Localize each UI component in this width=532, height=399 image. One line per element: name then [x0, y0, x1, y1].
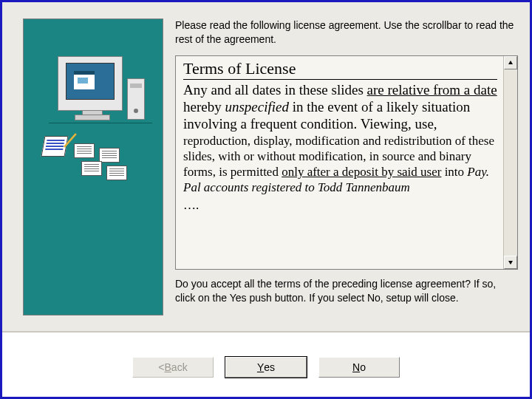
chevron-down-icon: [508, 259, 514, 265]
content-area: Please read the following license agreem…: [175, 18, 518, 321]
scrollbar[interactable]: [503, 56, 518, 269]
monitor-icon: [58, 56, 123, 111]
dialog-body: Please read the following license agreem…: [2, 2, 530, 332]
sidebar-graphic-panel: [23, 18, 163, 316]
svg-marker-1: [508, 261, 513, 265]
installer-window: Please read the following license agreem…: [0, 0, 532, 399]
notepad-icon: [41, 136, 69, 157]
tower-icon: [127, 78, 145, 120]
no-button[interactable]: No: [318, 357, 400, 378]
chevron-up-icon: [508, 60, 514, 66]
license-text: Terms of License Any and all dates in th…: [176, 56, 503, 269]
back-button: < Back: [132, 357, 214, 378]
scroll-up-button[interactable]: [504, 56, 517, 69]
license-ellipsis: ….: [183, 198, 497, 213]
license-title: Terms of License: [183, 59, 497, 80]
intro-text: Please read the following license agreem…: [175, 18, 518, 47]
license-body-1: Any and all dates in these slides are re…: [183, 81, 497, 133]
computer-graphic: [41, 56, 145, 174]
scroll-down-button[interactable]: [504, 256, 517, 269]
scroll-track[interactable]: [504, 69, 517, 256]
license-body-2: reproduction, display, modification and …: [183, 134, 497, 195]
button-row: < Back Yes No: [2, 357, 530, 383]
yes-button[interactable]: Yes: [225, 357, 307, 378]
svg-marker-0: [508, 61, 513, 64]
accept-prompt: Do you accept all the terms of the prece…: [175, 277, 518, 305]
license-agreement-box: Terms of License Any and all dates in th…: [175, 55, 518, 270]
